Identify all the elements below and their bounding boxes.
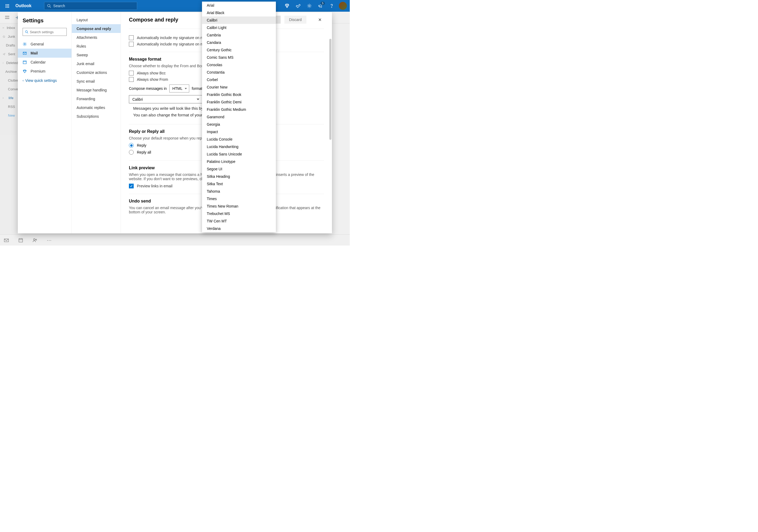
font-option[interactable]: Arial Black	[202, 9, 276, 17]
sub-subscriptions[interactable]: Subscriptions	[72, 112, 121, 121]
diamond-icon[interactable]	[282, 1, 292, 11]
preview-links-checkbox[interactable]	[129, 183, 134, 188]
nav-clutter[interactable]: Clutter	[0, 76, 18, 85]
quick-settings-link[interactable]: ‹View quick settings	[18, 77, 72, 84]
nav-drafts[interactable]: Drafts	[0, 41, 18, 50]
font-option[interactable]: Palatino Linotype	[202, 158, 276, 165]
sub-attachments[interactable]: Attachments	[72, 33, 121, 42]
font-option[interactable]: Trebuchet MS	[202, 210, 276, 217]
reply-all-label: Reply all	[137, 150, 151, 154]
sub-rules[interactable]: Rules	[72, 42, 121, 50]
category-general[interactable]: General	[18, 40, 72, 49]
font-option[interactable]: Times New Roman	[202, 203, 276, 210]
font-dropdown-list[interactable]: ArialArial BlackCalibriCalibri LightCamb…	[202, 2, 276, 232]
font-option[interactable]: Lucida Console	[202, 136, 276, 143]
search-icon	[25, 30, 28, 34]
font-option[interactable]: Lucida Handwriting	[202, 143, 276, 150]
category-mail[interactable]: Mail	[18, 49, 72, 58]
font-option[interactable]: Segoe UI	[202, 165, 276, 173]
font-option[interactable]: Georgia	[202, 121, 276, 128]
sub-sync-email[interactable]: Sync email	[72, 77, 121, 85]
nav-archive[interactable]: Archive	[0, 67, 18, 76]
font-select[interactable]: Calibri	[129, 95, 203, 103]
nav-conversation[interactable]: Conversation	[0, 85, 18, 93]
brand-label: Outlook	[16, 3, 31, 8]
show-from-checkbox[interactable]	[129, 77, 134, 82]
sub-message-handling[interactable]: Message handling	[72, 85, 121, 94]
font-option[interactable]: Candara	[202, 39, 276, 46]
search-input[interactable]	[53, 4, 134, 8]
more-icon[interactable]: ⋯	[47, 237, 52, 243]
font-option[interactable]: Century Gothic	[202, 46, 276, 54]
font-option[interactable]: Calibri Light	[202, 24, 276, 31]
svg-line-6	[3, 36, 5, 37]
nav-life[interactable]: ›life	[0, 93, 18, 102]
megaphone-icon[interactable]: 5	[316, 1, 325, 11]
preview-links-label: Preview links in email	[137, 184, 172, 188]
font-option[interactable]: Garamond	[202, 113, 276, 121]
sub-customize-actions[interactable]: Customize actions	[72, 68, 121, 77]
sub-layout[interactable]: Layout	[72, 16, 121, 24]
font-option[interactable]: Cambria	[202, 31, 276, 39]
font-option[interactable]: Corbel	[202, 76, 276, 83]
font-option[interactable]: Constantia	[202, 69, 276, 76]
font-option[interactable]: Times	[202, 195, 276, 203]
font-option[interactable]: Verdana	[202, 225, 276, 232]
settings-gear-icon[interactable]	[305, 1, 314, 11]
font-option[interactable]: Arial	[202, 2, 276, 9]
reply-all-radio[interactable]	[129, 150, 134, 155]
nav-deleted[interactable]: ›Deleted	[0, 58, 18, 67]
reply-label: Reply	[137, 143, 147, 148]
font-option[interactable]: Sitka Text	[202, 180, 276, 187]
font-option[interactable]: Courier New	[202, 83, 276, 91]
category-calendar[interactable]: Calendar	[18, 58, 72, 67]
svg-point-17	[24, 44, 25, 45]
font-option[interactable]: Tahoma	[202, 187, 276, 195]
font-option[interactable]: Lucida Sans Unicode	[202, 150, 276, 158]
settings-search-input[interactable]	[30, 30, 64, 34]
reply-radio[interactable]	[129, 143, 134, 148]
sub-forwarding[interactable]: Forwarding	[72, 94, 121, 103]
font-option[interactable]: Franklin Gothic Medium	[202, 106, 276, 113]
sub-junk[interactable]: Junk email	[72, 59, 121, 68]
avatar[interactable]	[338, 1, 348, 11]
font-option[interactable]: Comic Sans MS	[202, 54, 276, 61]
app-launcher-icon[interactable]	[2, 1, 12, 11]
nav-inbox[interactable]: Inbox	[0, 23, 18, 32]
show-bcc-checkbox[interactable]	[129, 71, 134, 76]
sub-sweep[interactable]: Sweep	[72, 50, 121, 59]
nav-rss[interactable]: RSS	[0, 102, 18, 111]
sub-auto-replies[interactable]: Automatic replies	[72, 103, 121, 112]
font-option[interactable]: Franklin Gothic Book	[202, 91, 276, 98]
sig-reply-checkbox[interactable]	[129, 42, 134, 47]
compose-format-select[interactable]: HTML	[169, 84, 189, 92]
svg-point-0	[48, 4, 50, 7]
font-option[interactable]: Calibri	[202, 17, 276, 24]
font-option[interactable]: Consolas	[202, 61, 276, 69]
hamburger-icon[interactable]	[3, 16, 11, 19]
help-icon[interactable]	[327, 1, 336, 11]
show-from-label: Always show From	[137, 77, 168, 82]
sig-new-checkbox[interactable]	[129, 35, 134, 40]
nav-sent[interactable]: Sent	[0, 50, 18, 58]
people-module-icon[interactable]	[32, 238, 38, 243]
settings-search[interactable]	[22, 28, 67, 36]
checkmark-icon[interactable]	[293, 1, 303, 11]
settings-modal: Settings General Mail Calendar Premium ‹…	[18, 12, 332, 233]
discard-button[interactable]: Discard	[284, 16, 306, 24]
search-box[interactable]	[44, 2, 137, 10]
font-option[interactable]: TW Cen MT	[202, 217, 276, 225]
font-option[interactable]: Franklin Gothic Demi	[202, 98, 276, 106]
settings-subcategories: Layout Compose and reply Attachments Rul…	[72, 12, 121, 233]
category-premium[interactable]: Premium	[18, 67, 72, 76]
scrollbar-thumb[interactable]	[329, 39, 331, 140]
close-icon[interactable]: ✕	[316, 16, 324, 24]
font-option[interactable]: Sitka Heading	[202, 173, 276, 180]
search-icon	[47, 4, 51, 8]
sub-compose-reply[interactable]: Compose and reply	[72, 24, 121, 33]
mail-module-icon[interactable]	[4, 238, 9, 243]
nav-new[interactable]: New	[0, 111, 18, 120]
font-option[interactable]: Impact	[202, 128, 276, 136]
calendar-module-icon[interactable]	[18, 238, 23, 243]
nav-junk[interactable]: Junk	[0, 32, 18, 41]
